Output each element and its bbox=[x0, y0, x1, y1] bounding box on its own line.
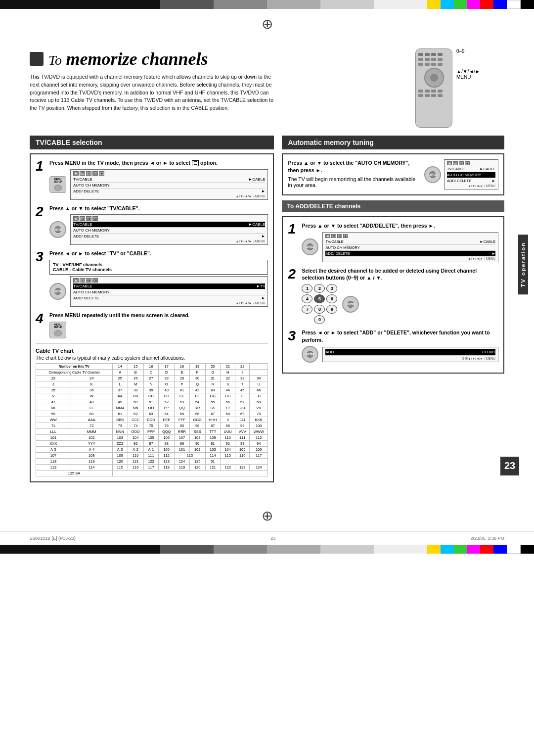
step-2-number: 2 bbox=[36, 205, 45, 219]
step-2-remote: ENTER bbox=[49, 221, 66, 238]
numpad-grid: 1 2 3 4 5 6 7 bbox=[302, 284, 337, 324]
add-delete-step-3-content: Press ◄ or ► to select "ADD" or "DELETE"… bbox=[302, 329, 498, 363]
tv-operation-label: TV operation bbox=[518, 235, 528, 294]
tv-cable-header: TV/CABLE selection bbox=[30, 136, 274, 149]
step-3-remote: ENTER bbox=[49, 283, 66, 300]
step-1-remote: MENUSETUP bbox=[49, 176, 66, 193]
add-delete-step-1-remote: ENTER bbox=[302, 238, 318, 255]
step-1-text: Press MENU in the TV mode, then press ◄ … bbox=[49, 159, 268, 167]
add-delete-step-3-tv-screen: ADDCH 001 0-9/▲/▼/◄/► / MENU bbox=[322, 347, 498, 362]
add-delete-step-3-number: 3 bbox=[288, 329, 298, 343]
add-delete-step-1-screen: ENTER ▣ ☷ ◎ ◈ bbox=[302, 232, 498, 262]
tv-cable-section: 1 Press MENU in the TV mode, then press … bbox=[30, 153, 274, 482]
step-3-screen: ENTER ▣ ☷ AB CD bbox=[49, 276, 268, 307]
remote-menu-label: MENU bbox=[456, 74, 471, 80]
add-delete-step-3-text: Press ◄ or ► to select "ADD" or "DELETE"… bbox=[302, 329, 498, 343]
menu-setup-remote: MENUSETUP bbox=[49, 176, 66, 193]
add-delete-step-2-numpad-area: 1 2 3 4 5 6 7 bbox=[302, 284, 498, 324]
add-delete-step-3-remote: ENTER bbox=[302, 346, 318, 363]
page-number: 23 bbox=[500, 457, 519, 475]
footer-center: 23 bbox=[270, 536, 275, 541]
num-btn-1: 1 bbox=[302, 284, 312, 293]
auto-memory-text-col: Press ▲ or ▼ to select the "AUTO CH MEMO… bbox=[288, 159, 420, 188]
step-2-tv-screen: ▣ ☷ AB CD TV/CABLE►CABLE bbox=[70, 214, 268, 245]
step-2-content: Press ▲ or ▼ to select "TV/CABLE". ENTER bbox=[49, 205, 268, 245]
title-to-word: To bbox=[48, 52, 62, 68]
auto-memory-section: Press ▲ or ▼ to select the "AUTO CH MEMO… bbox=[282, 153, 504, 195]
step-1-content: Press MENU in the TV mode, then press ◄ … bbox=[49, 159, 268, 200]
step-1-screen: MENUSETUP ▣ ☰ ◎ ☷ bbox=[49, 169, 268, 200]
step-3-note-box: TV - VHF/UHF channels CABLE - Cable TV c… bbox=[49, 260, 268, 275]
num-btn-8: 8 bbox=[314, 305, 325, 314]
chart-title: Cable TV chart bbox=[36, 348, 268, 354]
auto-memory-tv-screen: ▣ ☷ ◎ ◈ TV/CABLE►CABLE AUTO CH MEMORY bbox=[444, 159, 498, 189]
cable-chart-table: Number on this TV 141516171819202122 Cor… bbox=[36, 363, 268, 476]
footer-right: 2/23/05, 5:38 PM bbox=[470, 536, 504, 541]
add-delete-step-2-content: Select the desired channel to be added o… bbox=[302, 267, 498, 324]
step-3-number: 3 bbox=[36, 250, 45, 264]
tv-cable-step-3: 3 Press ◄ or ► to select "TV" or "CABLE"… bbox=[36, 250, 268, 307]
main-content: To memorize channels This TV/DVD is equi… bbox=[0, 39, 534, 505]
add-delete-step-2-text: Select the desired channel to be added o… bbox=[302, 267, 498, 282]
add-delete-step-1-text: Press ▲ or ▼ to select "ADD/DELETE", the… bbox=[302, 222, 498, 230]
title-bullet-icon bbox=[30, 52, 44, 66]
num-btn-7: 7 bbox=[302, 305, 312, 314]
add-delete-step-2-number: 2 bbox=[288, 267, 298, 281]
add-delete-step-1-tv-screen: ▣ ☷ ◎ ◈ TV/CABLE►CABLE A bbox=[322, 232, 498, 262]
auto-memory-step-text: Press ▲ or ▼ to select the "AUTO CH MEMO… bbox=[288, 159, 420, 174]
right-column: TV operation Automatic memory tuning Pre… bbox=[282, 136, 504, 487]
add-delete-step-1-number: 1 bbox=[288, 222, 298, 236]
bottom-color-bar bbox=[0, 545, 534, 554]
add-delete-step-1: 1 Press ▲ or ▼ to select "ADD/DELETE", t… bbox=[288, 222, 498, 262]
intro-text: This TV/DVD is equipped with a channel m… bbox=[30, 73, 277, 112]
step-3-content: Press ◄ or ► to select "TV" or "CABLE". … bbox=[49, 250, 268, 307]
bottom-crosshair: ⊕ bbox=[0, 505, 534, 526]
num-btn-4: 4 bbox=[302, 294, 312, 303]
footer-left: 5S00101B [E] (P13-23) bbox=[30, 536, 76, 541]
bottom-crosshair-icon: ⊕ bbox=[262, 508, 273, 524]
step-3-tv-screen: ▣ ☷ AB CD TV/CABLE►TV AU bbox=[70, 276, 268, 307]
auto-memory-header: Automatic memory tuning bbox=[282, 136, 504, 149]
step-4-number: 4 bbox=[36, 312, 45, 326]
auto-memory-content: Press ▲ or ▼ to select the "AUTO CH MEMO… bbox=[288, 159, 498, 189]
num-btn-5: 5 bbox=[314, 294, 325, 303]
add-delete-step-1-content: Press ▲ or ▼ to select "ADD/DELETE", the… bbox=[302, 222, 498, 262]
step-1-number: 1 bbox=[36, 159, 45, 173]
remote-digit-label: 0–9 bbox=[456, 48, 465, 54]
crosshair-icon: ⊕ bbox=[262, 16, 273, 32]
num-btn-2: 2 bbox=[314, 284, 325, 293]
title-main-word: memorize channels bbox=[66, 49, 208, 69]
nav-remote-add-3: ENTER bbox=[302, 346, 318, 363]
auto-memory-desc: The TV will begin memorizing all the cha… bbox=[288, 176, 420, 188]
menu-setup-remote-4: MENUSETUP bbox=[49, 322, 66, 338]
tv-cable-step-4: 4 Press MENU repeatedly until the menu s… bbox=[36, 312, 268, 338]
tv-cable-step-1: 1 Press MENU in the TV mode, then press … bbox=[36, 159, 268, 200]
color-test-bar bbox=[0, 0, 534, 9]
tv-cable-step-2: 2 Press ▲ or ▼ to select "TV/CABLE". ENT… bbox=[36, 205, 268, 245]
num-btn-6: 6 bbox=[326, 294, 337, 303]
num-btn-0: 0 bbox=[314, 315, 325, 324]
remote-nav-circle bbox=[424, 68, 444, 88]
auto-memory-remote: ENTER bbox=[424, 166, 441, 183]
step-1-tv-screen: ▣ ☰ ◎ ☷ ◈ TV/CABLE►CABLE bbox=[70, 169, 268, 200]
auto-memory-screen: ENTER ▣ ☷ ◎ ◈ TV/CABLE►CABLE bbox=[424, 159, 498, 189]
two-column-layout: TV/CABLE selection 1 Press MENU in the T… bbox=[30, 136, 504, 487]
num-btn-9: 9 bbox=[326, 305, 337, 314]
step-4-text: Press MENU repeatedly until the menu scr… bbox=[49, 312, 268, 319]
nav-remote-3: ENTER bbox=[49, 283, 66, 300]
title-left: To memorize channels This TV/DVD is equi… bbox=[30, 48, 400, 112]
remote-arrows-label: ▲/▼/◄/► bbox=[456, 69, 480, 74]
cable-tv-chart: Cable TV chart The chart below is typica… bbox=[36, 343, 268, 476]
page-title: To memorize channels bbox=[48, 48, 208, 69]
title-section: To memorize channels This TV/DVD is equi… bbox=[30, 48, 504, 128]
step-3-text: Press ◄ or ► to select "TV" or "CABLE". bbox=[49, 250, 268, 257]
chart-desc: The chart below is typical of many cable… bbox=[36, 355, 268, 361]
add-delete-step-2: 2 Select the desired channel to be added… bbox=[288, 267, 498, 324]
nav-remote-2: ENTER bbox=[49, 221, 66, 238]
remote-diagram: 0–9 ▲/▼/◄/► MENU bbox=[415, 48, 504, 128]
nav-remote-add-2: ENTER bbox=[342, 296, 359, 313]
add-delete-step-3-screen: ENTER ADDCH 001 0-9/▲/▼/◄/► / MENU bbox=[302, 346, 498, 363]
header-area: ⊕ bbox=[0, 9, 534, 39]
nav-remote-add-1: ENTER bbox=[302, 238, 318, 255]
remote-image bbox=[415, 48, 452, 128]
